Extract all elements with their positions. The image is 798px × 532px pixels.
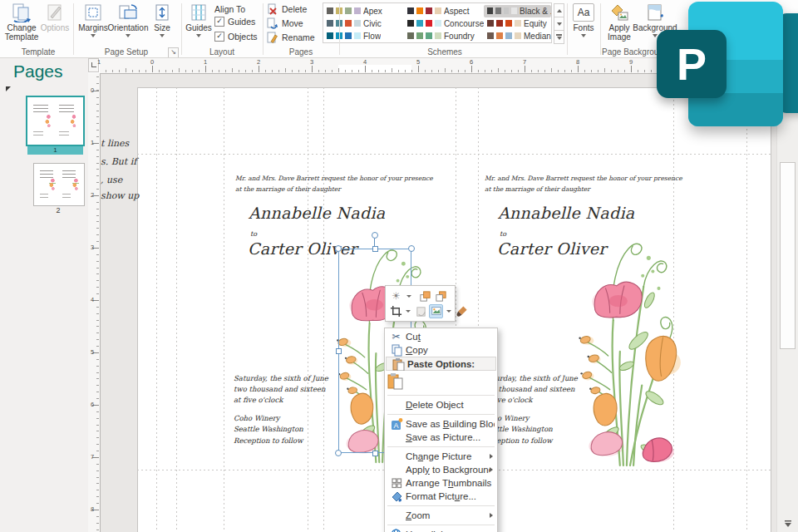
intro-text[interactable]: Mr. and Mrs. Dave Barrett request the ho… <box>235 173 433 195</box>
delete-page-button[interactable]: Delete <box>266 2 307 16</box>
context-menu: ✂CutCopyPaste Options:Delete ObjectASave… <box>384 328 498 532</box>
flower-image-right[interactable] <box>567 238 693 467</box>
margins-button[interactable]: Margins <box>79 2 107 47</box>
bring-forward-icon <box>419 289 432 303</box>
margins-icon <box>83 2 103 23</box>
scheme-name: Concourse <box>444 19 484 28</box>
chevron-down-icon[interactable] <box>406 310 411 313</box>
rename-page-button[interactable]: Rename <box>266 31 315 44</box>
menu-item-delete-object[interactable]: Delete Object <box>385 398 497 411</box>
next-page-button[interactable] <box>781 517 796 530</box>
scheme-concourse[interactable]: Concourse <box>404 17 484 30</box>
change-template-button[interactable]: Change Template <box>4 2 39 47</box>
publisher-logo: P <box>657 0 798 133</box>
handle-left-mid[interactable] <box>336 348 342 354</box>
checkbox-icon[interactable]: ✓ <box>214 32 224 42</box>
submenu-arrow-icon <box>490 454 493 459</box>
page-2-label[interactable]: 2 <box>33 206 83 214</box>
move-page-button[interactable]: Move <box>266 17 303 30</box>
bride-name[interactable]: Annabelle Nadia <box>249 204 385 222</box>
change-picture-button[interactable] <box>414 304 427 318</box>
vertical-scrollbar[interactable] <box>776 73 798 532</box>
scheme-aspect[interactable]: Aspect <box>404 5 484 17</box>
reception-text[interactable]: Reception to follow <box>234 436 303 446</box>
connector-text[interactable]: to <box>250 230 257 238</box>
chevron-down-icon[interactable] <box>406 295 411 298</box>
align-guides-checkbox[interactable]: ✓Guides <box>214 17 255 27</box>
handle-top-right[interactable] <box>408 245 415 252</box>
menu-item-arrange-thumbnails[interactable]: Arrange Thumbnails <box>385 476 497 490</box>
scratch-text-fragment: s. But if <box>101 156 136 167</box>
date-text[interactable]: Saturday, the sixth of Junetwo thousand … <box>234 373 328 406</box>
bring-forward-button[interactable] <box>418 289 432 303</box>
scheme-swatch <box>327 20 333 27</box>
guides-button[interactable]: Guides <box>184 2 214 47</box>
scheme-equity[interactable]: Equity <box>484 17 551 30</box>
size-button[interactable]: Size <box>149 2 175 47</box>
hruler-number: 5 <box>413 58 423 66</box>
schemes-scroll-down-button[interactable] <box>554 17 564 31</box>
handle-top-left[interactable] <box>335 245 342 252</box>
handle-top-mid[interactable] <box>372 246 378 252</box>
apply-image-icon <box>608 2 630 23</box>
menu-item-zoom[interactable]: Zoom <box>385 509 497 522</box>
menu-item-paste-options[interactable]: Paste Options: <box>386 357 496 371</box>
collapse-panel-icon[interactable] <box>6 86 11 91</box>
page-thumbnail-1[interactable] <box>27 97 83 145</box>
scheme-name: Flow <box>363 32 381 41</box>
connector-text[interactable]: to <box>500 230 506 238</box>
options-button[interactable]: Options <box>40 2 70 47</box>
menu-item-format-picture[interactable]: Format Picture... <box>385 490 497 503</box>
schemes-scroll-up-button[interactable] <box>554 3 564 17</box>
hruler-number: 9 <box>626 58 636 66</box>
menu-item-paste-option[interactable] <box>385 371 497 392</box>
scheme-flow[interactable]: Flow <box>323 30 404 42</box>
menu-item-save-as-picture[interactable]: Save as Picture... <box>385 431 497 444</box>
dropdown-caret-icon <box>91 34 96 37</box>
scheme-apex[interactable]: Apex <box>323 5 404 17</box>
vruler-number: 5 <box>89 348 96 356</box>
thumbnail-mini-card <box>32 103 52 139</box>
bride-name[interactable]: Annabelle Nadia <box>498 204 634 222</box>
intro-text[interactable]: Mr. and Mrs. Dave Barrett request the ho… <box>485 173 682 195</box>
svg-text:A: A <box>393 421 398 430</box>
menu-item-copy[interactable]: Copy <box>385 343 497 357</box>
chevron-down-icon[interactable] <box>446 310 451 313</box>
apply-image-button[interactable]: Apply Image <box>603 2 635 47</box>
format-painter-button[interactable] <box>455 304 468 318</box>
scheme-median[interactable]: Median <box>484 30 551 42</box>
scheme-swatch <box>345 20 352 27</box>
menu-item-apply-to-background[interactable]: Apply to Background <box>385 463 497 476</box>
scrollbar-thumb[interactable] <box>780 162 796 349</box>
menu-item-save-as-building-block[interactable]: ASave as Building Block... <box>385 417 497 431</box>
handle-bottom-left[interactable] <box>335 450 342 456</box>
scheme-swatch <box>327 32 333 39</box>
menu-item-label: Arrange Thumbnails <box>406 478 495 488</box>
send-backward-icon <box>435 289 448 303</box>
page-down-icon <box>784 520 792 528</box>
guide-horizontal <box>137 154 771 155</box>
menu-item-change-picture[interactable]: Change Picture <box>385 450 497 463</box>
picture-style-button[interactable] <box>429 304 443 318</box>
color-schemes-gallery: ApexCivicFlowAspectConcourseFoundryBlack… <box>323 2 552 43</box>
fonts-button[interactable]: Aa Fonts <box>572 2 595 47</box>
schemes-more-button[interactable] <box>554 30 564 44</box>
menu-item-cut[interactable]: ✂Cut <box>385 330 497 343</box>
scheme-foundry[interactable]: Foundry <box>404 30 484 42</box>
orientation-button[interactable]: Orientation <box>107 2 149 47</box>
rotate-handle[interactable] <box>372 232 378 239</box>
page-1-label[interactable]: 1 <box>27 146 83 155</box>
crop-button[interactable] <box>389 304 402 318</box>
venue-text[interactable]: Coho WinerySeattle Washington <box>234 413 303 435</box>
corrections-button[interactable]: ☀ <box>389 289 403 303</box>
scheme-civic[interactable]: Civic <box>323 17 404 30</box>
page-thumbnail-2[interactable] <box>33 163 85 206</box>
scheme-black[interactable]: Black & ... <box>484 5 551 17</box>
layout-group-label: Layout <box>191 47 253 57</box>
send-backward-button[interactable] <box>434 289 448 303</box>
menu-item-hyperlink[interactable]: Hyperlink... <box>385 528 497 532</box>
scheme-swatch <box>426 32 432 39</box>
align-objects-checkbox[interactable]: ✓Objects <box>214 32 258 42</box>
handle-bottom-mid[interactable] <box>372 451 378 456</box>
checkbox-icon[interactable]: ✓ <box>214 17 224 27</box>
